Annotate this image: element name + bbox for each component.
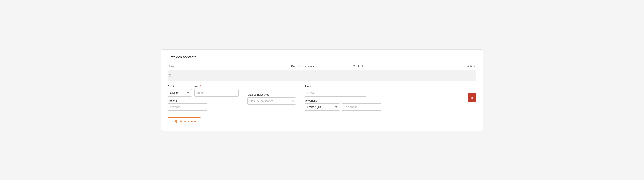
left-section: Civilité* Civilité M. Mme Nom* (168, 85, 238, 111)
prenom-row: Prénom* (168, 99, 238, 111)
form-fields: Civilité* Civilité M. Mme Nom* (168, 85, 468, 111)
civilite-select[interactable]: Civilité M. Mme (168, 89, 192, 97)
prenom-group: Prénom* (168, 99, 207, 111)
table-header: Nom Date de naissance Contact Actions (168, 63, 476, 70)
prenom-label: Prénom* (168, 99, 207, 102)
civilite-group: Civilité* Civilité M. Mme (168, 85, 192, 97)
col-date: Date de naissance (291, 64, 353, 68)
trash-icon: 🗑 (471, 96, 474, 99)
right-section: E-mail Téléphone France (+33) Belgique (… (304, 85, 388, 111)
prenom-input[interactable] (168, 103, 207, 111)
person-icon: Ⓐ (168, 73, 171, 78)
nom-input[interactable] (194, 89, 238, 97)
col-actions: Actions (415, 64, 476, 68)
date-input-wrapper: ✕ (247, 98, 296, 105)
col-contact: Contact (353, 64, 414, 68)
section-title: Liste des contacts (168, 55, 476, 59)
telephone-row: France (+33) Belgique (+32) Suisse (+41)… (304, 103, 388, 111)
table-row: Ⓐ - (168, 70, 476, 81)
contact-form: Civilité* Civilité M. Mme Nom* (168, 81, 476, 113)
telephone-label: Téléphone (304, 99, 388, 102)
civilite-label: Civilité* (168, 85, 192, 88)
plus-icon: + (171, 120, 173, 123)
nom-group: Nom* (194, 85, 238, 97)
date-group: Date de naissance ✕ (247, 93, 296, 105)
email-group: E-mail (304, 85, 388, 97)
contacts-card: Liste des contacts Nom Date de naissance… (161, 49, 483, 131)
middle-section: Date de naissance ✕ (247, 85, 296, 111)
add-contact-label: Ajouter un contact (174, 120, 198, 123)
col-nom: Nom (168, 64, 291, 68)
row-nom: Ⓐ (168, 73, 291, 78)
email-label: E-mail (304, 85, 388, 88)
add-contact-button[interactable]: + Ajouter un contact (168, 118, 201, 125)
country-select[interactable]: France (+33) Belgique (+32) Suisse (+41)… (304, 103, 340, 111)
telephone-group: Téléphone France (+33) Belgique (+32) Su… (304, 99, 388, 111)
delete-button[interactable]: 🗑 (468, 94, 476, 102)
telephone-input[interactable] (342, 103, 381, 111)
clear-date-icon[interactable]: ✕ (292, 99, 294, 103)
civilite-nom-row: Civilité* Civilité M. Mme Nom* (168, 85, 238, 97)
date-input[interactable] (247, 98, 296, 105)
date-label: Date de naissance (247, 93, 296, 96)
form-main-row: Civilité* Civilité M. Mme Nom* (168, 85, 476, 111)
email-input[interactable] (304, 89, 366, 97)
row-date: - (291, 74, 353, 77)
nom-label: Nom* (194, 85, 238, 88)
